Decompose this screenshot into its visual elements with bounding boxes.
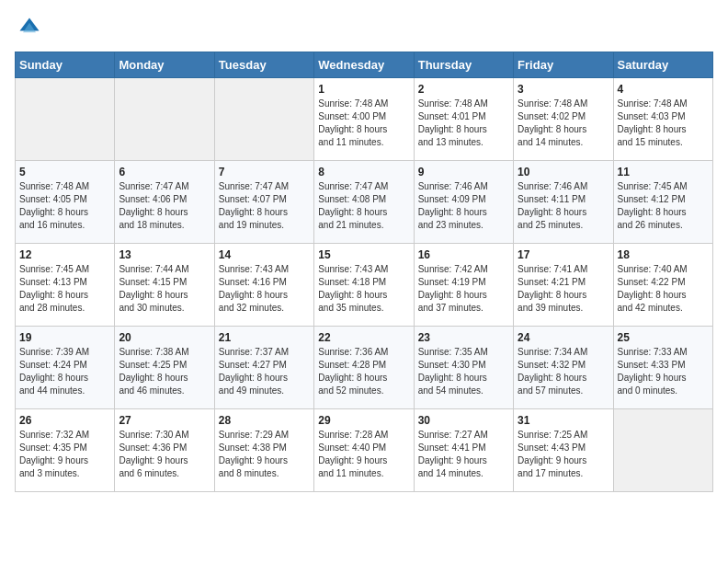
day-info: Sunrise: 7:48 AM Sunset: 4:03 PM Dayligh… <box>618 98 709 149</box>
day-number: 1 <box>318 83 409 96</box>
weekday-header-saturday: Saturday <box>613 52 712 78</box>
calendar-cell: 5Sunrise: 7:48 AM Sunset: 4:05 PM Daylig… <box>16 161 115 244</box>
day-number: 10 <box>518 166 609 178</box>
day-info: Sunrise: 7:45 AM Sunset: 4:13 PM Dayligh… <box>19 263 110 315</box>
calendar-cell: 12Sunrise: 7:45 AM Sunset: 4:13 PM Dayli… <box>16 244 115 327</box>
calendar-cell: 6Sunrise: 7:47 AM Sunset: 4:06 PM Daylig… <box>115 161 214 244</box>
day-number: 18 <box>618 248 709 261</box>
calendar-week-row: 19Sunrise: 7:39 AM Sunset: 4:24 PM Dayli… <box>16 327 713 409</box>
weekday-header-thursday: Thursday <box>414 52 513 78</box>
day-number: 16 <box>418 248 509 261</box>
day-number: 7 <box>219 166 310 178</box>
calendar-week-row: 5Sunrise: 7:48 AM Sunset: 4:05 PM Daylig… <box>16 161 713 244</box>
day-number: 22 <box>318 331 409 344</box>
calendar-cell: 31Sunrise: 7:25 AM Sunset: 4:43 PM Dayli… <box>514 409 613 492</box>
day-info: Sunrise: 7:36 AM Sunset: 4:28 PM Dayligh… <box>318 346 409 397</box>
day-number: 24 <box>518 331 609 344</box>
calendar-cell: 10Sunrise: 7:46 AM Sunset: 4:11 PM Dayli… <box>514 161 613 244</box>
day-number: 30 <box>418 414 509 427</box>
day-number: 14 <box>219 248 310 261</box>
day-number: 21 <box>219 331 310 344</box>
day-info: Sunrise: 7:38 AM Sunset: 4:25 PM Dayligh… <box>119 346 210 397</box>
day-info: Sunrise: 7:30 AM Sunset: 4:36 PM Dayligh… <box>119 429 210 480</box>
calendar-cell: 3Sunrise: 7:48 AM Sunset: 4:02 PM Daylig… <box>514 78 613 161</box>
logo-icon <box>17 15 42 40</box>
day-number: 2 <box>418 83 509 96</box>
day-info: Sunrise: 7:42 AM Sunset: 4:19 PM Dayligh… <box>418 263 509 315</box>
day-info: Sunrise: 7:48 AM Sunset: 4:00 PM Dayligh… <box>318 98 409 149</box>
weekday-header-wednesday: Wednesday <box>314 52 414 78</box>
day-number: 26 <box>19 414 110 427</box>
calendar-cell: 30Sunrise: 7:27 AM Sunset: 4:41 PM Dayli… <box>414 409 513 492</box>
day-info: Sunrise: 7:34 AM Sunset: 4:32 PM Dayligh… <box>518 346 609 397</box>
day-info: Sunrise: 7:46 AM Sunset: 4:09 PM Dayligh… <box>418 180 509 232</box>
calendar-table: SundayMondayTuesdayWednesdayThursdayFrid… <box>15 52 713 492</box>
calendar-week-row: 1Sunrise: 7:48 AM Sunset: 4:00 PM Daylig… <box>16 78 713 161</box>
day-number: 5 <box>19 166 110 178</box>
day-info: Sunrise: 7:29 AM Sunset: 4:38 PM Dayligh… <box>219 429 310 480</box>
calendar-cell: 13Sunrise: 7:44 AM Sunset: 4:15 PM Dayli… <box>115 244 214 327</box>
day-info: Sunrise: 7:37 AM Sunset: 4:27 PM Dayligh… <box>219 346 310 397</box>
calendar-cell <box>115 78 214 161</box>
calendar-cell: 9Sunrise: 7:46 AM Sunset: 4:09 PM Daylig… <box>414 161 513 244</box>
day-number: 23 <box>418 331 509 344</box>
calendar-cell <box>214 78 313 161</box>
calendar-cell: 23Sunrise: 7:35 AM Sunset: 4:30 PM Dayli… <box>414 327 513 409</box>
day-number: 17 <box>518 248 609 261</box>
day-info: Sunrise: 7:48 AM Sunset: 4:01 PM Dayligh… <box>418 98 509 149</box>
day-info: Sunrise: 7:28 AM Sunset: 4:40 PM Dayligh… <box>318 429 409 480</box>
day-number: 19 <box>19 331 110 344</box>
calendar-cell: 22Sunrise: 7:36 AM Sunset: 4:28 PM Dayli… <box>314 327 414 409</box>
day-info: Sunrise: 7:44 AM Sunset: 4:15 PM Dayligh… <box>119 263 210 315</box>
calendar-cell: 27Sunrise: 7:30 AM Sunset: 4:36 PM Dayli… <box>115 409 214 492</box>
day-number: 3 <box>518 83 609 96</box>
day-info: Sunrise: 7:41 AM Sunset: 4:21 PM Dayligh… <box>518 263 609 315</box>
calendar-cell: 8Sunrise: 7:47 AM Sunset: 4:08 PM Daylig… <box>314 161 414 244</box>
calendar-cell: 29Sunrise: 7:28 AM Sunset: 4:40 PM Dayli… <box>314 409 414 492</box>
day-number: 31 <box>518 414 609 427</box>
day-number: 20 <box>119 331 210 344</box>
day-info: Sunrise: 7:47 AM Sunset: 4:08 PM Dayligh… <box>318 180 409 232</box>
calendar-cell: 18Sunrise: 7:40 AM Sunset: 4:22 PM Dayli… <box>613 244 712 327</box>
calendar-cell: 11Sunrise: 7:45 AM Sunset: 4:12 PM Dayli… <box>613 161 712 244</box>
day-info: Sunrise: 7:48 AM Sunset: 4:05 PM Dayligh… <box>19 180 110 232</box>
calendar-cell <box>16 78 115 161</box>
day-info: Sunrise: 7:35 AM Sunset: 4:30 PM Dayligh… <box>418 346 509 397</box>
calendar-cell: 2Sunrise: 7:48 AM Sunset: 4:01 PM Daylig… <box>414 78 513 161</box>
calendar-cell: 14Sunrise: 7:43 AM Sunset: 4:16 PM Dayli… <box>214 244 313 327</box>
day-info: Sunrise: 7:27 AM Sunset: 4:41 PM Dayligh… <box>418 429 509 480</box>
calendar-cell: 7Sunrise: 7:47 AM Sunset: 4:07 PM Daylig… <box>214 161 313 244</box>
day-info: Sunrise: 7:32 AM Sunset: 4:35 PM Dayligh… <box>19 429 110 480</box>
calendar-cell: 26Sunrise: 7:32 AM Sunset: 4:35 PM Dayli… <box>16 409 115 492</box>
day-number: 6 <box>119 166 210 178</box>
logo <box>15 15 46 40</box>
weekday-header-monday: Monday <box>115 52 214 78</box>
calendar-cell: 20Sunrise: 7:38 AM Sunset: 4:25 PM Dayli… <box>115 327 214 409</box>
calendar-week-row: 26Sunrise: 7:32 AM Sunset: 4:35 PM Dayli… <box>16 409 713 492</box>
weekday-header-tuesday: Tuesday <box>214 52 313 78</box>
day-info: Sunrise: 7:43 AM Sunset: 4:18 PM Dayligh… <box>318 263 409 315</box>
calendar-cell: 25Sunrise: 7:33 AM Sunset: 4:33 PM Dayli… <box>613 327 712 409</box>
day-info: Sunrise: 7:43 AM Sunset: 4:16 PM Dayligh… <box>219 263 310 315</box>
day-number: 27 <box>119 414 210 427</box>
day-number: 4 <box>618 83 709 96</box>
day-number: 28 <box>219 414 310 427</box>
day-number: 29 <box>318 414 409 427</box>
calendar-cell: 24Sunrise: 7:34 AM Sunset: 4:32 PM Dayli… <box>514 327 613 409</box>
day-info: Sunrise: 7:33 AM Sunset: 4:33 PM Dayligh… <box>618 346 709 397</box>
calendar-cell: 16Sunrise: 7:42 AM Sunset: 4:19 PM Dayli… <box>414 244 513 327</box>
calendar-cell: 15Sunrise: 7:43 AM Sunset: 4:18 PM Dayli… <box>314 244 414 327</box>
day-number: 9 <box>418 166 509 178</box>
day-info: Sunrise: 7:47 AM Sunset: 4:07 PM Dayligh… <box>219 180 310 232</box>
day-info: Sunrise: 7:48 AM Sunset: 4:02 PM Dayligh… <box>518 98 609 149</box>
day-number: 13 <box>119 248 210 261</box>
day-number: 25 <box>618 331 709 344</box>
day-info: Sunrise: 7:45 AM Sunset: 4:12 PM Dayligh… <box>618 180 709 232</box>
day-number: 15 <box>318 248 409 261</box>
day-info: Sunrise: 7:47 AM Sunset: 4:06 PM Dayligh… <box>119 180 210 232</box>
calendar-cell: 4Sunrise: 7:48 AM Sunset: 4:03 PM Daylig… <box>613 78 712 161</box>
weekday-header-friday: Friday <box>514 52 613 78</box>
calendar-cell: 1Sunrise: 7:48 AM Sunset: 4:00 PM Daylig… <box>314 78 414 161</box>
calendar-cell: 28Sunrise: 7:29 AM Sunset: 4:38 PM Dayli… <box>214 409 313 492</box>
day-info: Sunrise: 7:39 AM Sunset: 4:24 PM Dayligh… <box>19 346 110 397</box>
